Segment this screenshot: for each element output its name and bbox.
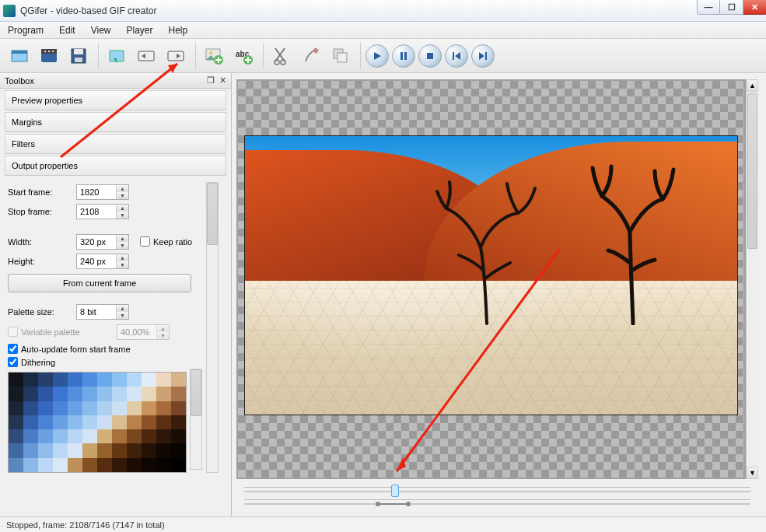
app-icon bbox=[3, 5, 16, 17]
section-output-properties[interactable]: Output properties bbox=[5, 156, 226, 176]
pause-button[interactable] bbox=[392, 44, 415, 68]
svg-rect-24 bbox=[404, 52, 407, 60]
start-frame-label: Start frame: bbox=[8, 187, 76, 197]
height-input[interactable]: ▲▼ bbox=[76, 254, 129, 269]
svg-point-14 bbox=[209, 51, 212, 54]
svg-rect-25 bbox=[427, 53, 433, 59]
palette-size-input[interactable]: ▲▼ bbox=[76, 304, 129, 320]
titlebar: QGifer - video-based GIF creator — ☐ ✕ bbox=[0, 0, 766, 22]
timeline-sliders bbox=[236, 479, 758, 516]
toolbox-float-icon[interactable]: ❐ bbox=[207, 75, 215, 86]
range-start-handle[interactable] bbox=[376, 502, 380, 506]
keep-ratio-checkbox[interactable] bbox=[140, 236, 150, 247]
prev-frame-button[interactable] bbox=[445, 44, 468, 68]
window-title: QGifer - video-based GIF creator bbox=[20, 5, 156, 16]
keep-ratio-label: Keep ratio bbox=[153, 237, 192, 247]
maximize-button[interactable]: ☐ bbox=[720, 0, 743, 15]
play-button[interactable] bbox=[366, 44, 389, 68]
preview-canvas[interactable] bbox=[236, 79, 746, 479]
toolbox-title: Toolbox bbox=[5, 76, 34, 86]
section-filters[interactable]: Filters bbox=[5, 134, 226, 154]
open-video-button[interactable] bbox=[36, 43, 62, 69]
stop-frame-input[interactable]: ▲▼ bbox=[76, 204, 129, 219]
menu-program[interactable]: Program bbox=[5, 23, 47, 37]
stop-frame-label: Stop frame: bbox=[8, 207, 76, 216]
set-start-frame-button[interactable] bbox=[103, 43, 130, 69]
output-properties-body: Start frame: ▲▼ Stop frame: ▲▼ Width: ▲▼… bbox=[0, 176, 231, 479]
from-current-frame-button[interactable]: From current frame bbox=[8, 274, 191, 292]
toolbox-close-icon[interactable]: ✕ bbox=[219, 75, 226, 86]
height-label: Height: bbox=[8, 257, 76, 266]
variable-palette-label: Variable palette bbox=[21, 327, 80, 337]
main-area: Toolbox ❐ ✕ Preview properties Margins F… bbox=[0, 73, 766, 516]
auto-update-label: Auto-update form start frame bbox=[21, 345, 131, 354]
svg-rect-12 bbox=[168, 51, 184, 61]
extract-gif-button[interactable] bbox=[6, 43, 33, 69]
duplicate-button[interactable] bbox=[327, 43, 354, 69]
svg-rect-20 bbox=[313, 47, 319, 53]
section-margins[interactable]: Margins bbox=[5, 112, 226, 132]
variable-percent-input: ▲▼ bbox=[117, 324, 170, 340]
frame-slider-handle[interactable] bbox=[391, 485, 399, 497]
svg-point-6 bbox=[52, 50, 54, 51]
brush-button[interactable] bbox=[298, 43, 324, 69]
palette-grid bbox=[8, 372, 187, 473]
menu-edit[interactable]: Edit bbox=[56, 23, 79, 37]
start-frame-input[interactable]: ▲▼ bbox=[76, 184, 129, 200]
status-text: Stopped, frame: 2108/7146 (7147 in total… bbox=[6, 520, 165, 530]
svg-rect-11 bbox=[138, 51, 154, 61]
svg-point-5 bbox=[48, 50, 50, 51]
range-end-handle[interactable] bbox=[406, 502, 411, 506]
next-frame-button[interactable] bbox=[471, 44, 495, 68]
toolbox-panel: Toolbox ❐ ✕ Preview properties Margins F… bbox=[0, 73, 232, 516]
preview-panel: ▲ ▼ bbox=[232, 73, 766, 516]
statusbar: Stopped, frame: 2108/7146 (7147 in total… bbox=[0, 516, 766, 532]
minimize-button[interactable]: — bbox=[697, 0, 720, 15]
menu-player[interactable]: Player bbox=[124, 23, 156, 37]
toolbox-scrollbar[interactable] bbox=[206, 182, 219, 473]
add-image-button[interactable] bbox=[201, 43, 227, 69]
svg-rect-9 bbox=[75, 58, 82, 62]
width-input[interactable]: ▲▼ bbox=[76, 234, 129, 250]
variable-palette-checkbox bbox=[8, 327, 18, 337]
window-controls: — ☐ ✕ bbox=[697, 0, 766, 15]
toolbar: abc bbox=[0, 39, 766, 73]
section-preview-properties[interactable]: Preview properties bbox=[5, 90, 226, 110]
menubar: Program Edit View Player Help bbox=[0, 22, 766, 39]
set-range-start-button[interactable] bbox=[133, 43, 159, 69]
save-button[interactable] bbox=[65, 43, 92, 69]
stop-button[interactable] bbox=[418, 44, 442, 68]
range-slider[interactable] bbox=[244, 499, 750, 507]
svg-rect-22 bbox=[338, 53, 347, 62]
menu-view[interactable]: View bbox=[88, 23, 114, 37]
palette-size-label: Palette size: bbox=[8, 307, 76, 317]
svg-rect-1 bbox=[12, 51, 27, 54]
toolbox-titlebar: Toolbox ❐ ✕ bbox=[0, 73, 231, 89]
add-text-button[interactable]: abc bbox=[230, 43, 257, 69]
svg-rect-26 bbox=[453, 52, 454, 60]
svg-rect-27 bbox=[485, 52, 487, 60]
palette-scrollbar[interactable] bbox=[190, 369, 202, 470]
dithering-label: Dithering bbox=[21, 358, 55, 367]
preview-vertical-scrollbar[interactable]: ▲ ▼ bbox=[746, 79, 758, 479]
svg-rect-8 bbox=[74, 49, 83, 54]
menu-help[interactable]: Help bbox=[166, 23, 191, 37]
frame-slider[interactable] bbox=[244, 487, 750, 495]
set-range-end-button[interactable] bbox=[163, 43, 189, 69]
width-label: Width: bbox=[8, 237, 76, 247]
svg-rect-23 bbox=[400, 52, 403, 60]
video-frame bbox=[244, 135, 738, 415]
dithering-checkbox[interactable] bbox=[8, 357, 18, 367]
crop-button[interactable] bbox=[268, 43, 295, 69]
auto-update-checkbox[interactable] bbox=[8, 344, 18, 354]
close-button[interactable]: ✕ bbox=[743, 0, 766, 15]
svg-point-4 bbox=[44, 50, 46, 51]
